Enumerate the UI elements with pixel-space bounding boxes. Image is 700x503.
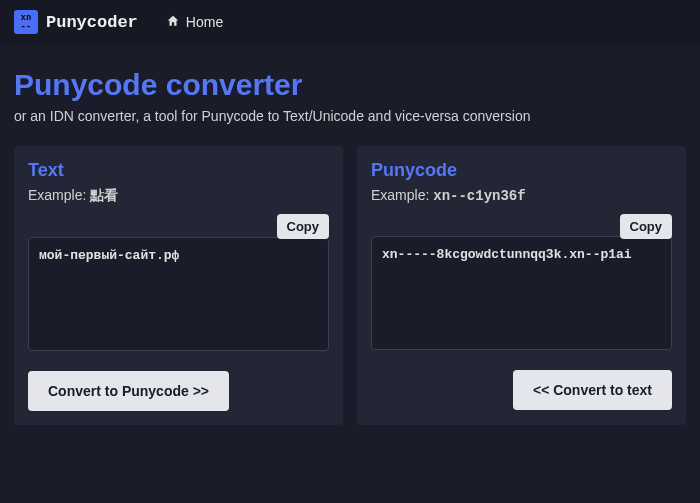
copy-text-button[interactable]: Copy [277,214,330,239]
example-value: xn--c1yn36f [433,188,525,204]
punycode-panel-title: Punycode [371,160,672,181]
brand-name: Punycoder [46,13,138,32]
text-input[interactable] [28,237,329,351]
navbar: xn-- Punycoder Home [0,0,700,44]
home-icon [166,14,180,31]
convert-to-text-button[interactable]: << Convert to text [513,370,672,410]
page-heading: Punycode converter or an IDN converter, … [0,44,700,132]
example-prefix: Example: [371,187,433,203]
text-example: Example: 點看 [28,187,329,205]
text-panel: Text Example: 點看 Copy Convert to Punycod… [14,146,343,425]
punycode-input[interactable] [371,236,672,350]
brand-logo[interactable]: xn-- Punycoder [14,10,138,34]
example-value: 點看 [90,188,118,204]
punycode-panel: Punycode Example: xn--c1yn36f Copy << Co… [357,146,686,425]
convert-to-punycode-button[interactable]: Convert to Punycode >> [28,371,229,411]
converter-panels: Text Example: 點看 Copy Convert to Punycod… [0,132,700,439]
copy-punycode-button[interactable]: Copy [620,214,673,239]
punycode-example: Example: xn--c1yn36f [371,187,672,204]
home-link[interactable]: Home [166,14,223,31]
logo-icon: xn-- [14,10,38,34]
example-prefix: Example: [28,187,90,203]
home-label: Home [186,14,223,30]
page-title: Punycode converter [14,68,686,102]
text-panel-title: Text [28,160,329,181]
page-subtitle: or an IDN converter, a tool for Punycode… [14,108,686,124]
